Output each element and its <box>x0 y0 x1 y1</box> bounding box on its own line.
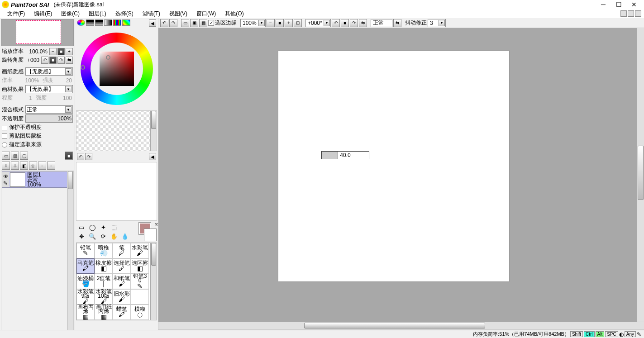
scratch-pad[interactable] <box>76 162 157 221</box>
opacity-slider[interactable]: 100% <box>25 114 73 123</box>
close-button[interactable]: ✕ <box>630 1 638 8</box>
canvas-h-scrollbar[interactable] <box>158 322 644 329</box>
hue-indicator[interactable] <box>81 65 85 70</box>
merge-down-button[interactable]: ⇊ <box>11 162 19 170</box>
brush-选区擦[interactable]: 选区擦◧ <box>131 258 149 274</box>
swatch-scrollbar[interactable] <box>150 111 157 151</box>
undo-button[interactable]: ↶ <box>160 19 168 27</box>
paper-effect-select[interactable]: 【无效果】 ▼ <box>25 85 73 93</box>
brush-铅笔[interactable]: 铅笔✎ <box>76 243 95 258</box>
menu-view[interactable]: 视图(V) <box>165 9 192 19</box>
brush-画用纸丙烯[interactable]: 画用纸丙烯▦ <box>95 305 113 320</box>
scratch-redo-button[interactable]: ↷ <box>85 153 92 160</box>
background-color[interactable] <box>144 229 156 241</box>
redo-button[interactable]: ↷ <box>169 19 177 27</box>
brush-马克笔[interactable]: 马克笔🖍 <box>76 258 95 274</box>
brush-水彩笔10版[interactable]: 水彩笔10版🖌 <box>95 289 113 305</box>
invert-selection-button[interactable]: ▣ <box>190 19 198 27</box>
mdi-restore-button[interactable] <box>628 10 634 17</box>
deselect-button[interactable]: ▭ <box>181 19 189 27</box>
show-selection-button[interactable]: ▦ <box>199 19 207 27</box>
brush-喷枪[interactable]: 喷枪💨 <box>95 243 113 258</box>
blend-mode-select[interactable]: 正常 ▼ <box>25 105 73 114</box>
blend-toggle-button[interactable]: ⇆ <box>393 19 401 27</box>
rotate-reset-button[interactable]: ■ <box>49 57 57 64</box>
canvas-document[interactable] <box>278 51 509 281</box>
zoom-in-tb-button[interactable]: + <box>285 19 293 27</box>
eyedropper-tool[interactable]: 💧 <box>120 232 129 240</box>
menu-other[interactable]: 其他(O) <box>220 9 248 19</box>
color-swatch-tab[interactable] <box>113 19 121 26</box>
menu-window[interactable]: 窗口(W) <box>192 9 220 19</box>
zoom-field[interactable]: 100%▼ <box>240 19 266 27</box>
menu-image[interactable]: 图像(C) <box>57 9 84 19</box>
navigator-panel[interactable] <box>1 19 74 46</box>
rotate-cw-button[interactable]: ↷ <box>57 57 65 64</box>
zoom-reset-tb-button[interactable]: ■ <box>276 19 284 27</box>
brush-size-popup[interactable]: 40.0 <box>321 151 369 159</box>
lasso-tool[interactable]: ◯ <box>88 223 97 231</box>
zoom-out-button[interactable]: − <box>49 48 57 55</box>
rotation-field[interactable]: +000°▼ <box>305 19 331 27</box>
rotate-ccw-tb-button[interactable]: ↶ <box>332 19 340 27</box>
menu-edit[interactable]: 编辑(E) <box>29 9 57 19</box>
color-square[interactable] <box>100 52 134 86</box>
paper-texture-select[interactable]: 【无质感】 ▼ <box>25 67 73 76</box>
layer-scrollbar[interactable] <box>67 171 73 331</box>
clipping-mask-checkbox[interactable] <box>2 133 7 139</box>
brush-画布丙烯[interactable]: 画布丙烯▦ <box>76 305 95 320</box>
new-linework-button[interactable]: ▨ <box>11 152 19 160</box>
color-wheel-tab[interactable] <box>77 19 85 26</box>
selection-edge-checkbox[interactable]: ✓ <box>208 20 214 26</box>
brush-橡皮擦[interactable]: 橡皮擦◧ <box>95 258 113 274</box>
brush-和纸笔[interactable]: 和纸笔🖌 <box>113 274 131 289</box>
rotate-tool[interactable]: ⟳ <box>99 232 108 240</box>
blend-mode-tb-select[interactable]: 正常 <box>371 19 392 27</box>
zoom-reset-button[interactable]: ■ <box>57 48 65 55</box>
color-scratch-tab[interactable] <box>122 19 130 26</box>
color-wheel[interactable] <box>81 33 153 105</box>
brush-选择笔[interactable]: 选择笔🖊 <box>113 258 131 274</box>
hand-tool[interactable]: ✋ <box>110 232 119 240</box>
mdi-close-button[interactable] <box>635 10 641 17</box>
brush-铅笔30[interactable]: 铅笔30✎ <box>131 274 149 289</box>
preserve-opacity-checkbox[interactable] <box>2 125 7 130</box>
selection-source-radio[interactable] <box>2 142 7 148</box>
rect-select-tool[interactable]: ▭ <box>77 223 86 231</box>
mdi-minimize-button[interactable] <box>620 10 627 17</box>
stabilizer-field[interactable]: 3▼ <box>428 19 446 27</box>
swatch-panel[interactable] <box>76 110 157 151</box>
brush-empty[interactable] <box>131 289 149 305</box>
menu-select[interactable]: 选择(S) <box>111 9 138 19</box>
color-hsv-tab[interactable] <box>95 19 103 26</box>
rotate-reset-tb-button[interactable]: ■ <box>341 19 349 27</box>
flip-horizontal-button[interactable]: ⇋ <box>66 57 73 64</box>
layer-visibility-icon[interactable]: 👁 <box>3 173 9 180</box>
brush-水彩笔[interactable]: 水彩笔🖌 <box>131 243 149 258</box>
rotate-cw-tb-button[interactable]: ↷ <box>350 19 358 27</box>
magic-wand-tool[interactable]: ✦ <box>99 223 108 231</box>
scratch-undo-button[interactable]: ↶ <box>77 153 84 160</box>
brush-油漆桶[interactable]: 油漆桶🪣 <box>76 274 95 289</box>
menu-filter[interactable]: 滤镜(T) <box>138 9 165 19</box>
layer-btn-6[interactable]: ▫ <box>47 162 55 170</box>
brush-旧水彩[interactable]: 旧水彩🖌 <box>113 289 131 305</box>
brush-蜡笔[interactable]: 蜡笔🖍 <box>113 305 131 320</box>
layer-edit-icon[interactable]: ✎ <box>3 180 9 186</box>
scratch-collapse-button[interactable]: ◀ <box>149 153 156 160</box>
clear-layer-button[interactable]: ◧ <box>20 162 28 170</box>
brush-2值笔[interactable]: 2值笔| <box>95 274 113 289</box>
color-panel-collapse-button[interactable]: ◀ <box>149 19 156 27</box>
move-selection-tool[interactable]: ⬚ <box>110 223 119 231</box>
sv-indicator[interactable] <box>106 55 110 60</box>
minimize-button[interactable]: ─ <box>600 1 607 8</box>
zoom-tool[interactable]: 🔍 <box>88 232 97 240</box>
navigator-viewport[interactable] <box>16 20 61 44</box>
menu-file[interactable]: 文件(F) <box>3 9 29 19</box>
brush-笔[interactable]: 笔🖊 <box>113 243 131 258</box>
layer-mask-button[interactable]: ■ <box>65 152 73 160</box>
swap-colors-icon[interactable]: ⤭ <box>154 222 158 227</box>
canvas-viewport[interactable]: 40.0 <box>158 28 644 322</box>
fit-screen-button[interactable]: ⊡ <box>294 19 302 27</box>
zoom-out-tb-button[interactable]: − <box>267 19 275 27</box>
